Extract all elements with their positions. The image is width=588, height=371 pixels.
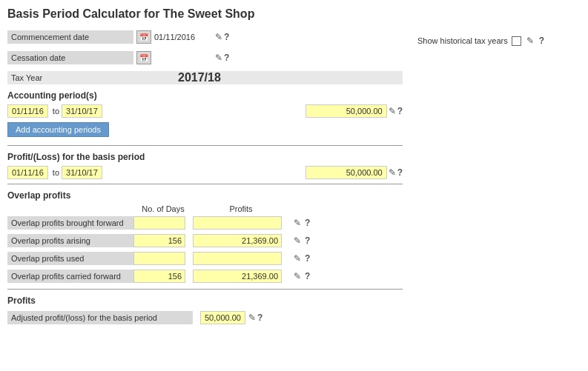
overlap-profits-cell-2	[193, 252, 289, 265]
overlap-profits-header: Overlap profits	[7, 189, 403, 202]
overlap-days-cell-2	[133, 252, 193, 265]
overlap-days-0[interactable]	[133, 216, 185, 230]
col-days-header: No. of Days	[133, 204, 193, 213]
overlap-row-label-3: Overlap profits carried forward	[7, 270, 133, 283]
overlap-row-label-1: Overlap profits arising	[7, 234, 133, 247]
tax-year-label: Tax Year	[7, 71, 133, 84]
profit-loss-header: Profit/(Loss) for the basis period	[7, 150, 403, 164]
commencement-value: 01/11/2016	[154, 33, 214, 41]
overlap-profits-cell-1: 21,369.00	[193, 234, 289, 247]
cessation-help-icon[interactable]: ?	[224, 53, 229, 63]
add-accounting-periods-button[interactable]: Add accounting periods	[7, 122, 109, 137]
cessation-edit-icon[interactable]: ✎	[215, 53, 222, 63]
profits-amount-0: 50,000.00	[200, 311, 245, 324]
overlap-edit-icon-3[interactable]: ✎	[294, 271, 301, 281]
overlap-edit-icon-0[interactable]: ✎	[294, 218, 301, 228]
show-historical-label: Show historical tax years	[417, 36, 508, 45]
overlap-days-1[interactable]: 156	[133, 234, 185, 247]
cessation-calendar-icon[interactable]: 📅	[136, 51, 151, 64]
overlap-row-label-0: Overlap profits brought forward	[7, 216, 133, 230]
accounting-date-to: 31/10/17	[62, 104, 102, 118]
overlap-row-label-2: Overlap profits used	[7, 252, 133, 265]
col-profits-header: Profits	[193, 204, 289, 213]
show-historical-help-icon[interactable]: ?	[539, 36, 544, 46]
overlap-row: Overlap profits brought forward✎?	[7, 215, 403, 231]
accounting-edit-icon[interactable]: ✎	[389, 106, 396, 116]
overlap-days-cell-3: 156	[133, 270, 193, 283]
overlap-days-2[interactable]	[133, 252, 185, 265]
overlap-profits-3[interactable]: 21,369.00	[193, 270, 282, 283]
overlap-profits-cell-3: 21,369.00	[193, 270, 289, 283]
accounting-to-text: to	[53, 107, 59, 116]
profits-section-header: Profits	[7, 294, 403, 307]
profit-edit-icon[interactable]: ✎	[389, 167, 396, 178]
commencement-calendar-icon[interactable]: 📅	[136, 30, 151, 44]
commencement-help-icon[interactable]: ?	[224, 32, 229, 42]
show-historical-edit-icon[interactable]: ✎	[526, 36, 534, 46]
overlap-edit-icon-2[interactable]: ✎	[294, 253, 301, 264]
overlap-help-icon-1[interactable]: ?	[305, 235, 310, 246]
profits-row: Adjusted profit/(loss) for the basis per…	[7, 310, 403, 326]
commencement-edit-icon[interactable]: ✎	[215, 32, 222, 42]
accounting-date-from: 01/11/16	[7, 104, 48, 118]
commencement-label: Commencement date	[7, 30, 133, 44]
profit-to-text: to	[53, 168, 59, 177]
overlap-help-icon-2[interactable]: ?	[305, 253, 310, 264]
profits-help-icon-0[interactable]: ?	[257, 312, 262, 323]
overlap-days-cell-1: 156	[133, 234, 193, 247]
overlap-row: Overlap profits carried forward15621,369…	[7, 268, 403, 284]
accounting-periods-header: Accounting period(s)	[7, 89, 403, 102]
tax-year-value: 2017/18	[133, 71, 221, 84]
overlap-edit-icon-1[interactable]: ✎	[294, 235, 301, 246]
overlap-profits-2[interactable]	[193, 252, 282, 265]
overlap-profits-0[interactable]	[193, 216, 282, 230]
overlap-profits-1[interactable]: 21,369.00	[193, 234, 282, 247]
overlap-days-3[interactable]: 156	[133, 270, 185, 283]
show-historical-checkbox[interactable]	[512, 36, 521, 46]
profit-date-from: 01/11/16	[7, 166, 48, 179]
overlap-profits-cell-0	[193, 216, 289, 230]
overlap-row: Overlap profits arising15621,369.00✎?	[7, 233, 403, 249]
overlap-days-cell-0	[133, 216, 193, 230]
profits-row-label-0: Adjusted profit/(loss) for the basis per…	[7, 311, 193, 324]
overlap-help-icon-3[interactable]: ?	[305, 271, 310, 281]
profit-date-to: 31/10/17	[62, 166, 102, 179]
overlap-help-icon-0[interactable]: ?	[305, 218, 310, 228]
accounting-amount: 50,000.00	[305, 104, 387, 118]
overlap-row: Overlap profits used✎?	[7, 250, 403, 267]
profit-help-icon[interactable]: ?	[397, 167, 403, 178]
profit-amount: 50,000.00	[305, 166, 387, 179]
profits-edit-icon-0[interactable]: ✎	[248, 312, 256, 323]
accounting-help-icon[interactable]: ?	[397, 106, 403, 116]
cessation-label: Cessation date	[7, 51, 133, 64]
page-title: Basis Period Calculator for The Sweet Sh…	[7, 7, 581, 21]
